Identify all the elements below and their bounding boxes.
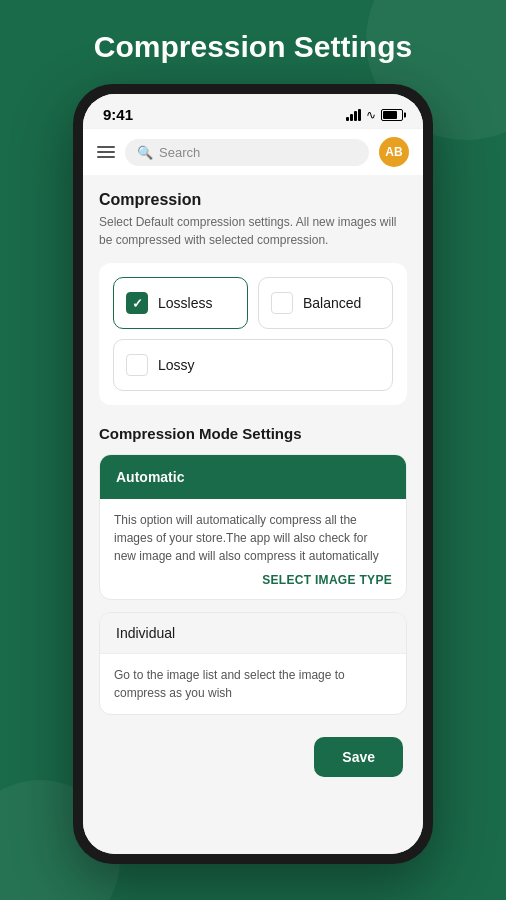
phone-frame: 9:41 ∿ 🔍	[73, 84, 433, 864]
checkmark-icon: ✓	[132, 296, 143, 311]
status-bar: 9:41 ∿	[83, 94, 423, 129]
mode-section-title: Compression Mode Settings	[99, 425, 407, 442]
lossy-checkbox	[126, 354, 148, 376]
save-button[interactable]: Save	[314, 737, 403, 777]
search-bar[interactable]: 🔍 Search	[125, 139, 369, 166]
wifi-icon: ∿	[366, 108, 376, 122]
compression-option-lossy[interactable]: Lossy	[113, 339, 393, 391]
automatic-card-body: This option will automatically compress …	[100, 499, 406, 599]
search-icon: 🔍	[137, 145, 153, 160]
status-time: 9:41	[103, 106, 133, 123]
status-icons: ∿	[346, 108, 403, 122]
phone-screen: 9:41 ∿ 🔍	[83, 94, 423, 854]
individual-card: Individual Go to the image list and sele…	[99, 612, 407, 715]
automatic-card: Automatic This option will automatically…	[99, 454, 407, 600]
page-title: Compression Settings	[94, 30, 412, 64]
signal-icon	[346, 109, 361, 121]
lossless-label: Lossless	[158, 295, 212, 311]
automatic-card-header[interactable]: Automatic	[100, 455, 406, 499]
main-content: Compression Select Default compression s…	[83, 175, 423, 854]
balanced-label: Balanced	[303, 295, 361, 311]
select-image-type-link[interactable]: SELECT IMAGE TYPE	[114, 573, 392, 587]
balanced-checkbox	[271, 292, 293, 314]
individual-card-header[interactable]: Individual	[100, 613, 406, 654]
automatic-card-desc: This option will automatically compress …	[114, 511, 392, 565]
lossless-checkbox: ✓	[126, 292, 148, 314]
search-placeholder: Search	[159, 145, 200, 160]
individual-card-desc: Go to the image list and select the imag…	[114, 666, 392, 702]
save-button-container: Save	[99, 727, 407, 781]
battery-icon	[381, 109, 403, 121]
avatar[interactable]: AB	[379, 137, 409, 167]
compression-section-desc: Select Default compression settings. All…	[99, 213, 407, 249]
compression-options: ✓ Lossless Balanced Lossy	[99, 263, 407, 405]
hamburger-icon[interactable]	[97, 146, 115, 158]
compression-option-balanced[interactable]: Balanced	[258, 277, 393, 329]
compression-option-lossless[interactable]: ✓ Lossless	[113, 277, 248, 329]
compression-section-title: Compression	[99, 191, 407, 209]
lossy-label: Lossy	[158, 357, 195, 373]
individual-card-body: Go to the image list and select the imag…	[100, 654, 406, 714]
top-nav: 🔍 Search AB	[83, 129, 423, 175]
